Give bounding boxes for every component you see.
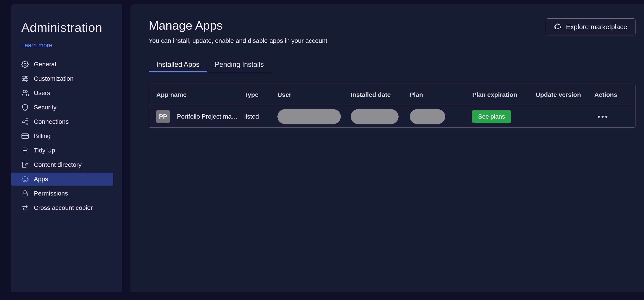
- sidebar-item-security[interactable]: Security: [11, 101, 113, 114]
- app-type: listed: [244, 113, 278, 120]
- tab-installed-apps[interactable]: Installed Apps: [149, 58, 207, 72]
- sidebar-item-label: Content directory: [34, 161, 82, 168]
- sliders-icon: [21, 75, 29, 82]
- redacted-plan-value: [410, 109, 445, 124]
- sidebar-item-billing[interactable]: Billing: [11, 130, 113, 142]
- installed-apps-table: App name Type User Installed date Plan P…: [149, 84, 636, 127]
- sidebar-item-label: Users: [34, 89, 50, 97]
- lock-icon: [21, 190, 29, 197]
- users-icon: [21, 89, 29, 97]
- explore-marketplace-button[interactable]: Explore marketplace: [546, 18, 636, 35]
- col-plan: Plan: [410, 91, 472, 98]
- learn-more-link[interactable]: Learn more: [21, 42, 52, 49]
- plan-expiration-cell: See plans: [472, 110, 536, 123]
- sidebar-item-connections[interactable]: Connections: [11, 115, 113, 128]
- sidebar-item-label: Security: [34, 104, 56, 111]
- app-avatar: PP: [156, 110, 170, 123]
- content-header: Manage Apps You can install, update, ena…: [149, 18, 636, 44]
- sidebar-item-content-directory[interactable]: Content directory: [11, 158, 113, 171]
- plan-cell: [410, 109, 472, 124]
- explore-marketplace-label: Explore marketplace: [566, 23, 627, 31]
- apps-tabs: Installed Apps Pending Installs: [149, 58, 272, 72]
- redacted-user-value: [278, 109, 341, 124]
- app-name-cell: PP Portfolio Project ma…: [156, 110, 244, 123]
- document-pencil-icon: [21, 161, 29, 169]
- sidebar-item-cross-account-copier[interactable]: Cross account copier: [11, 201, 113, 214]
- col-actions: Actions: [594, 91, 635, 98]
- sidebar-item-apps[interactable]: Apps: [11, 173, 113, 186]
- sidebar-item-permissions[interactable]: Permissions: [11, 187, 113, 200]
- sidebar-item-label: Connections: [34, 118, 69, 125]
- sidebar-title: Administration: [21, 20, 122, 35]
- col-plan-expiration: Plan expiration: [472, 91, 536, 98]
- sidebar-item-label: Customization: [34, 75, 74, 82]
- credit-card-icon: [21, 132, 29, 140]
- connections-icon: [21, 118, 29, 125]
- see-plans-button[interactable]: See plans: [472, 110, 511, 123]
- sidebar-item-label: Permissions: [34, 190, 68, 197]
- puzzle-icon: [21, 175, 29, 183]
- sidebar-menu: General Customization Users Security: [11, 58, 122, 214]
- col-installed-date: Installed date: [351, 91, 410, 98]
- col-app-name: App name: [156, 91, 244, 98]
- more-actions-button[interactable]: •••: [598, 110, 613, 123]
- app-name: Portfolio Project ma…: [177, 113, 238, 120]
- col-user: User: [278, 91, 351, 98]
- administration-page: Administration Learn more General Custom…: [0, 0, 644, 300]
- installed-date-cell: [351, 109, 410, 124]
- sidebar-item-label: Apps: [34, 176, 48, 183]
- actions-cell: •••: [594, 110, 635, 123]
- sidebar-item-users[interactable]: Users: [11, 87, 113, 100]
- col-type: Type: [244, 91, 278, 98]
- user-cell: [278, 109, 351, 124]
- sidebar-item-label: General: [34, 61, 56, 68]
- page-title: Manage Apps: [149, 18, 327, 32]
- sidebar-item-tidy-up[interactable]: Tidy Up: [11, 144, 113, 157]
- sidebar-item-label: Billing: [34, 132, 50, 140]
- table-header-row: App name Type User Installed date Plan P…: [149, 84, 635, 106]
- sidebar-item-label: Tidy Up: [34, 147, 55, 154]
- admin-sidebar: Administration Learn more General Custom…: [11, 4, 122, 292]
- sidebar-item-general[interactable]: General: [11, 58, 113, 71]
- page-subtitle: You can install, update, enable and disa…: [149, 37, 327, 44]
- transfer-arrows-icon: [21, 204, 29, 212]
- table-row: PP Portfolio Project ma… listed See plan…: [149, 106, 635, 127]
- col-update-version: Update version: [536, 91, 594, 98]
- sidebar-item-label: Cross account copier: [34, 204, 93, 211]
- manage-apps-panel: Manage Apps You can install, update, ena…: [130, 4, 644, 292]
- tidy-up-icon: [21, 147, 29, 154]
- gear-icon: [21, 61, 29, 68]
- sidebar-item-customization[interactable]: Customization: [11, 72, 113, 85]
- redacted-installed-date-value: [351, 109, 398, 124]
- shield-icon: [21, 104, 29, 111]
- puzzle-icon: [554, 23, 562, 31]
- tab-pending-installs[interactable]: Pending Installs: [207, 58, 272, 72]
